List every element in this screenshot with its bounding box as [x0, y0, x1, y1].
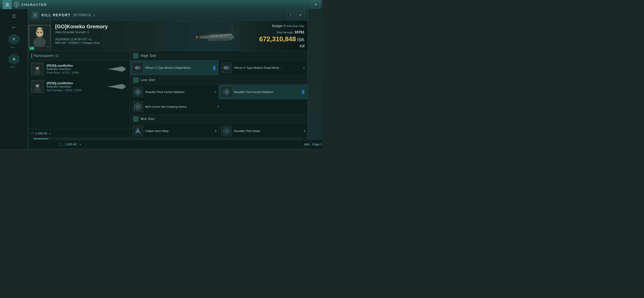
mid-slot-icon-left — [133, 126, 143, 136]
mid-slot-name-right: Republic Fleet Stasis — [234, 129, 260, 133]
participants-count: [1] — [55, 54, 59, 58]
low-slot-label: Low Slot — [141, 78, 155, 82]
top-bar: ☰ CHARACTER ✕ — [0, 0, 322, 9]
svg-line-4 — [16, 6, 17, 7]
mid-slot-name-left: Caldari Navy Warp — [145, 129, 169, 133]
mid-slot-label: Mid Slot — [141, 117, 155, 121]
kr-actions: ⤴ ✕ — [286, 11, 304, 19]
sidebar-menu-icon[interactable]: ☰ — [9, 12, 19, 21]
participant-item-2[interactable]: [PEW]LoneWulfen Arbitrator Interdictor T… — [28, 78, 130, 96]
low-slot-icon-left: 1 — [133, 87, 143, 97]
low-slot-item-left[interactable]: 1 Republic Fleet Inertial Stabilizer ✕ — [130, 85, 219, 99]
weapon-svg-1 — [107, 64, 127, 74]
kr-export-button[interactable]: ⤴ — [286, 11, 294, 19]
mid-slot-header: Mid Slot — [130, 114, 308, 124]
mid-slot-chevron-right[interactable]: ▾ — [304, 129, 305, 133]
high-slot-icon — [133, 53, 139, 59]
victim-portrait: Kill — [28, 21, 51, 51]
participant-inner-1 — [31, 63, 43, 75]
bottom-page-text: Page 1 — [312, 143, 322, 146]
high-slot-items: 1 Pithum C-Type Medium Rapid Missil... 👤 — [130, 60, 308, 75]
low-slot-extra-qty: 1 — [133, 109, 136, 112]
participants-add-button[interactable]: + — [49, 131, 51, 136]
participants-bottom-value: 1,450.40 — [35, 132, 47, 135]
low-slot-extra-name: MK9 Covert Ops Cloaking Device — [145, 105, 187, 109]
scroll-thumb — [33, 138, 49, 139]
low-slot-close-left[interactable]: ✕ — [214, 90, 216, 94]
sidebar-item-combat[interactable]: ✕ Co... — [8, 34, 20, 48]
sidebar-item-bio[interactable]: Bio — [12, 26, 16, 29]
participants-title: Participants — [34, 54, 54, 58]
kr-title: KILL REPORT — [41, 13, 71, 17]
participants-bottom-icon: ⬡ — [31, 131, 34, 136]
svg-point-36 — [140, 67, 141, 69]
svg-point-42 — [137, 91, 139, 93]
sidebar: ☰ Bio ✕ Co... ★ Me... — [0, 9, 28, 149]
svg-point-12 — [37, 32, 39, 33]
high-slot-icon-left: 1 — [133, 62, 143, 73]
low-slot-item-right[interactable]: 1 Republic Fleet Inertial Stabilizer 👤 — [219, 85, 308, 99]
high-slot-item-left[interactable]: 1 Pithum C-Type Medium Rapid Missil... 👤 — [130, 60, 219, 75]
high-slot-section: High Slot 1 — [130, 51, 308, 75]
svg-point-13 — [40, 32, 42, 33]
caldari-warp-icon — [133, 126, 142, 136]
isk-value: 672,310,848 — [259, 35, 296, 43]
high-slot-label: High Slot — [141, 54, 156, 58]
isk-label: ISK — [297, 37, 304, 42]
low-slot-extra-item[interactable]: 1 MK9 Covert Ops Cloaking Device ✕ — [130, 99, 222, 114]
participant-portrait-2 — [31, 80, 44, 93]
participant-item-1[interactable]: [PEW]LoneWulfen Arbitrator Interdictor F… — [28, 60, 130, 78]
high-slot-qty-left: 1 — [133, 70, 136, 73]
sidebar-medals-label: Me... — [11, 66, 17, 68]
ship-svg — [188, 26, 244, 46]
total-damage-label: Total damage: 10761 — [255, 30, 304, 34]
top-close-button[interactable]: ✕ — [312, 1, 319, 8]
copy-icon[interactable]: ⎘ — [93, 13, 95, 17]
sidebar-item-medals[interactable]: ★ Me... — [8, 53, 20, 68]
low-slot-name-left: Republic Fleet Inertial Stabilizer — [145, 90, 185, 94]
low-shield-icon — [134, 78, 138, 82]
ship-class: Industrial Ship — [287, 24, 304, 28]
participant-inner-2 — [31, 80, 43, 93]
bottom-value: 1,450.40 — [65, 143, 77, 146]
portrait-svg — [30, 26, 50, 46]
mid-shield-icon — [134, 117, 138, 121]
bottom-add-button[interactable]: + — [79, 142, 81, 146]
mid-slot-item-left[interactable]: Caldari Navy Warp ▾ — [130, 124, 219, 138]
svg-point-22 — [233, 41, 234, 41]
app-title: CHARACTER — [21, 3, 47, 7]
kr-close-button[interactable]: ✕ — [296, 11, 304, 19]
low-slot-extra-empty — [222, 99, 308, 114]
low-slot-extra-close[interactable]: ✕ — [217, 105, 219, 109]
svg-point-23 — [195, 42, 196, 43]
kill-report-panel: ☰ KILL REPORT [ID:7059674] ⎘ ⤴ ✕ — [28, 9, 308, 149]
sidebar-combat-hex: ✕ — [8, 34, 20, 45]
svg-rect-18 — [217, 35, 221, 37]
high-slot-close-right[interactable]: ✕ — [303, 66, 305, 70]
mid-slot-icon-right — [221, 126, 232, 136]
victim-stats: Badger II Industrial Ship Total damage: … — [252, 21, 308, 51]
svg-point-38 — [228, 67, 230, 69]
victim-name: [GO]Koneko Gremory — [55, 24, 176, 30]
low-slot-icon — [133, 77, 139, 83]
victim-location: MP5-KR < D9DM-0 < Paragon Soul — [55, 41, 176, 44]
participant-avatar-1 — [32, 64, 42, 74]
scrollbar[interactable] — [28, 138, 308, 140]
main-content: Participants [1] — [28, 51, 308, 138]
scroll-track — [33, 138, 302, 139]
participant-avatar-2 — [32, 82, 42, 92]
low-slot-extra-items: 1 MK9 Covert Ops Cloaking Device ✕ — [130, 99, 308, 114]
kill-tag: Kill — [29, 47, 34, 50]
menu-button[interactable]: ☰ — [3, 0, 12, 9]
low-slot-items: 1 Republic Fleet Inertial Stabilizer ✕ — [130, 85, 308, 99]
bottom-bar: ⬡ 1,450.40 + able Page 1 ✎ ▽ — [56, 140, 322, 149]
victim-info: [GO]Koneko Gremory Warp Scramble Strengt… — [51, 21, 180, 51]
mid-slot-item-right[interactable]: Republic Fleet Stasis ▾ — [219, 124, 308, 138]
kr-menu-button[interactable]: ☰ — [31, 11, 39, 19]
high-slot-name-right: Pithum C-Type Medium Rapid Missil... — [234, 66, 281, 70]
participant-weapon-2 — [107, 82, 127, 92]
high-slot-name-left: Pithum C-Type Medium Rapid Missil... — [145, 66, 193, 70]
participants-header: Participants [1] — [28, 51, 130, 60]
mid-slot-chevron-left[interactable]: ▾ — [215, 129, 216, 133]
high-slot-item-right[interactable]: 1 Pithum C-Type Medium Rapid Missil... ✕ — [219, 60, 308, 75]
